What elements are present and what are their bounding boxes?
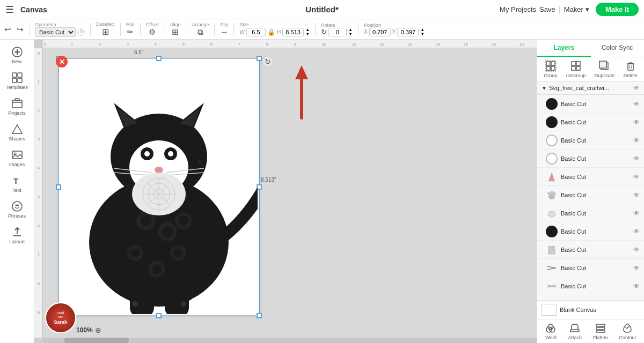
layer-item[interactable]: Basic Cut 👁 — [537, 113, 644, 131]
menu-icon[interactable]: ☰ — [5, 4, 14, 16]
align-icon[interactable]: ⊞ — [172, 27, 179, 37]
close-button[interactable]: ✕ — [56, 56, 68, 68]
rotate-group: Rotate ↻ ▲ ▼ — [321, 23, 353, 36]
layer-eye-icon[interactable]: 👁 — [633, 118, 640, 126]
weld-tool[interactable]: Weld — [545, 322, 557, 340]
svg-text:14: 14 — [436, 42, 440, 46]
operation-select[interactable]: Basic Cut — [35, 27, 76, 37]
flatten-tool[interactable]: Flatten — [593, 322, 608, 340]
group-eye-icon[interactable]: 👁 — [633, 84, 640, 92]
height-input[interactable] — [282, 28, 304, 36]
topbar: ☰ Canvas Untitled* My Projects Save | Ma… — [0, 0, 644, 19]
contour-label: Contour — [619, 335, 636, 340]
canvas-content[interactable]: ✕ ↻ 6.5" 8.513" — [43, 48, 537, 338]
x-input[interactable] — [369, 28, 391, 36]
y-input[interactable] — [397, 28, 419, 36]
layer-list: Basic Cut 👁 Basic Cut 👁 Basic Cut 👁 Basi… — [537, 95, 644, 300]
svg-marker-105 — [548, 173, 555, 181]
layer-eye-icon[interactable]: 👁 — [633, 228, 640, 235]
contour-tool[interactable]: Contour — [619, 322, 636, 340]
layer-eye-icon[interactable]: 👁 — [633, 100, 640, 108]
arrange-icon[interactable]: ⧉ — [197, 27, 203, 37]
sidebar-item-text[interactable]: T Text — [2, 172, 32, 196]
layer-item[interactable]: Basic Cut 👁 — [537, 295, 644, 300]
layer-item[interactable]: Basic Cut 👁 — [537, 95, 644, 113]
sidebar-item-upload[interactable]: Upload — [2, 223, 32, 248]
save-button[interactable]: Save — [539, 5, 555, 13]
layer-eye-icon[interactable]: 👁 — [633, 282, 640, 290]
cat-image — [60, 60, 258, 314]
sidebar-item-phrases[interactable]: Phrases — [2, 197, 32, 222]
duplicate-tool[interactable]: Duplicate — [595, 60, 615, 78]
horizontal-scrollbar[interactable] — [43, 338, 537, 343]
redo-button[interactable]: ↪ — [17, 25, 24, 34]
deselect-icon[interactable]: ⊞ — [102, 27, 109, 37]
layer-eye-icon[interactable]: 👁 — [633, 246, 640, 253]
my-projects-link[interactable]: My Projects — [500, 5, 536, 13]
lock-icon[interactable]: 🔒 — [267, 28, 275, 36]
flip-icon[interactable]: ↔ — [220, 27, 228, 36]
sidebar-item-shapes[interactable]: Shapes — [2, 120, 32, 145]
svg-rect-3 — [12, 73, 17, 77]
craft-logo: craft with Sarah — [45, 302, 76, 333]
y-down-icon[interactable]: ▼ — [420, 32, 425, 36]
height-label: H — [277, 29, 281, 35]
shapes-icon — [11, 123, 23, 135]
layer-item[interactable]: Basic Cut 👁 — [537, 186, 644, 204]
tab-layers[interactable]: Layers — [537, 40, 591, 57]
layer-item[interactable]: Basic Cut 👁 — [537, 277, 644, 295]
layer-name: Basic Cut — [561, 283, 630, 289]
sidebar-item-images[interactable]: Images — [2, 146, 32, 170]
offset-icon[interactable]: ⚙ — [149, 27, 156, 37]
group-tool[interactable]: Group — [544, 60, 557, 78]
layer-eye-icon[interactable]: 👁 — [633, 155, 640, 162]
make-it-button[interactable]: Make It — [596, 3, 639, 16]
canvas-area[interactable]: 0 1 2 3 4 5 6 7 8 9 10 11 12 13 14 15 16… — [34, 40, 537, 343]
undo-button[interactable]: ↩ — [4, 25, 11, 34]
layer-item[interactable]: Basic Cut 👁 — [537, 168, 644, 186]
layer-item[interactable]: Basic Cut 👁 — [537, 131, 644, 150]
height-down-icon[interactable]: ▼ — [305, 32, 310, 36]
layer-item[interactable]: Basic Cut 👁 — [537, 222, 644, 241]
layer-item[interactable]: Basic Cut 👁 — [537, 241, 644, 259]
zoom-add-icon[interactable]: ⊕ — [95, 326, 101, 334]
operation-help-icon[interactable]: ? — [77, 28, 85, 36]
dim-width-label: 6.5" — [134, 49, 143, 55]
width-input[interactable] — [246, 28, 266, 36]
layer-group-header[interactable]: ▼ Svg_free_cat_craftwi... 👁 — [537, 81, 644, 95]
svg-text:13: 13 — [408, 42, 412, 46]
svg-rect-91 — [546, 66, 550, 70]
layer-item[interactable]: Basic Cut 👁 — [537, 259, 644, 277]
layer-item[interactable]: Basic Cut 👁 — [537, 150, 644, 168]
sidebar-item-templates[interactable]: Templates — [2, 69, 32, 93]
rotate-down-icon[interactable]: ▼ — [348, 32, 353, 36]
svg-text:0: 0 — [44, 42, 46, 46]
rotate-label: Rotate — [321, 23, 353, 28]
edit-icon[interactable]: ✏ — [127, 27, 134, 37]
blank-canvas-row[interactable]: Blank Canvas — [537, 300, 644, 319]
attach-tool[interactable]: Attach — [568, 322, 582, 340]
layer-eye-icon[interactable]: 👁 — [633, 137, 640, 144]
sidebar-item-projects[interactable]: Projects — [2, 94, 32, 119]
layer-eye-icon[interactable]: 👁 — [633, 191, 640, 199]
layer-name: Basic Cut — [561, 174, 630, 180]
layer-eye-icon[interactable]: 👁 — [633, 173, 640, 181]
rotate-input[interactable] — [328, 28, 347, 36]
craft-line3: Sarah — [54, 319, 67, 326]
ungroup-tool[interactable]: UnGroup — [566, 60, 586, 78]
svg-rect-89 — [546, 62, 550, 65]
tab-color-sync[interactable]: Color Sync — [591, 40, 645, 57]
layer-name: Basic Cut — [561, 210, 630, 217]
layer-eye-icon[interactable]: 👁 — [633, 264, 640, 272]
svg-text:9: 9 — [294, 42, 296, 46]
sidebar-item-new[interactable]: New — [2, 43, 32, 68]
delete-tool[interactable]: Delete — [624, 60, 638, 78]
maker-button[interactable]: Maker ▾ — [564, 5, 589, 13]
layer-eye-icon[interactable]: 👁 — [633, 210, 640, 217]
panel-bottom-toolbar: Weld Attach Flatten Contour — [537, 319, 644, 343]
main-layout: New Templates Projects Shapes Images T T… — [0, 40, 644, 343]
svg-text:8: 8 — [266, 42, 268, 46]
layer-item[interactable]: Basic Cut 👁 — [537, 204, 644, 222]
rotate-handle[interactable]: ↻ — [262, 56, 274, 68]
arrange-group: Arrange ⧉ — [192, 22, 209, 37]
